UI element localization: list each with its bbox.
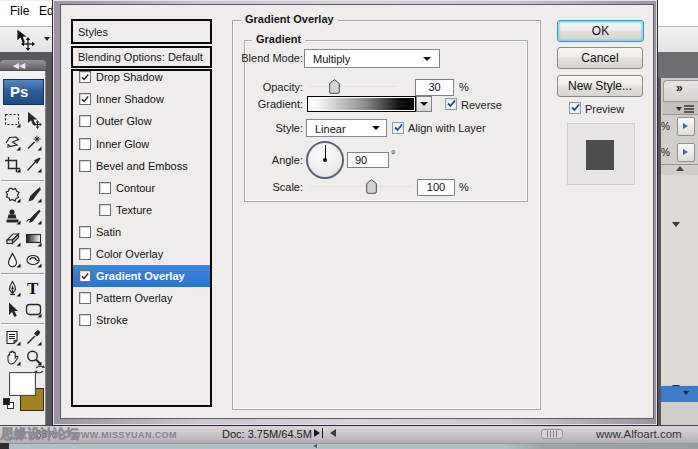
svg-text:T: T xyxy=(27,279,39,298)
